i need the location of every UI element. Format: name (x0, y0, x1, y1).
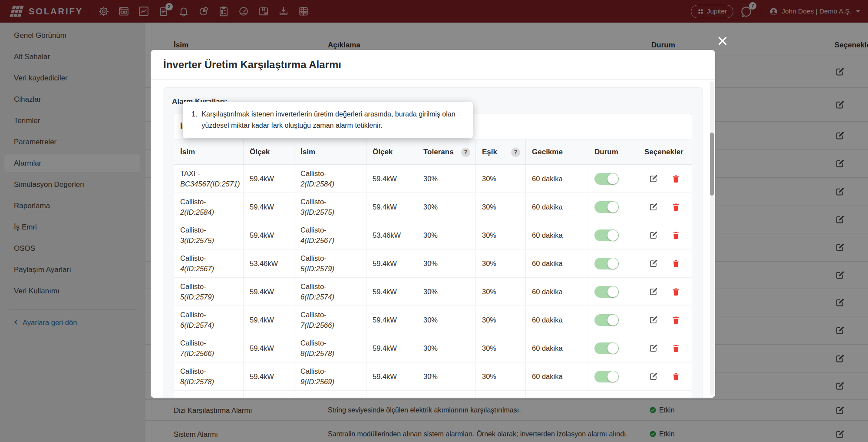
rule-delay-cell: 60 dakika (526, 221, 588, 249)
delete-rule-button[interactable] (671, 231, 680, 240)
modal-close-button[interactable] (716, 35, 729, 47)
rule-inverter-2-cell: Callisto-5(ID:2579) (294, 249, 366, 277)
inverter-name: Callisto- (180, 225, 214, 235)
column-header-label: Durum (594, 148, 618, 156)
rule-threshold-cell: 30% (476, 193, 526, 221)
rule-scale-2-cell: 59.4kW (366, 334, 417, 362)
help-icon[interactable]: ? (511, 148, 520, 157)
rule-scale-2-cell: 59.4kW (366, 249, 417, 277)
delete-rule-button[interactable] (671, 287, 680, 296)
rule-inverter-1-cell: Callisto-6(ID:2574) (174, 306, 244, 334)
inverter-id: 7(ID:2566) (180, 348, 214, 359)
edit-rule-button[interactable] (649, 287, 658, 296)
rule-scale-2-cell: 59.4kW (366, 193, 417, 221)
rule-scale-2-cell: 59.4kW (366, 306, 417, 334)
inverter-id: 3(ID:2575) (180, 235, 214, 246)
inverter-id: 9(ID:2569) (300, 376, 334, 387)
column-header-label: Ölçek (373, 148, 393, 156)
status-toggle[interactable] (594, 314, 619, 326)
rule-threshold-cell: 30% (476, 278, 526, 306)
modal-scrollbar-thumb[interactable] (710, 133, 714, 196)
column-header-seçenekler-8: Seçenekler (638, 140, 692, 164)
rule-inverter-2-cell: Callisto-8(ID:2578) (294, 334, 366, 362)
rule-options-cell (638, 391, 692, 398)
rule-row: Callisto-2(ID:2584)59.4kWCallisto-3(ID:2… (174, 193, 692, 221)
delete-rule-button[interactable] (671, 174, 680, 183)
edit-rule-button[interactable] (649, 372, 658, 381)
status-toggle[interactable] (594, 229, 619, 241)
rule-row: Callisto-4(ID:2567)53.46kWCallisto-5(ID:… (174, 249, 692, 278)
edit-rule-button[interactable] (649, 230, 658, 240)
rule-tolerance-cell: 30% (417, 221, 476, 249)
toggle-knob (607, 343, 618, 354)
rule-scale-1-cell: 59.4kW (244, 193, 294, 221)
rule-status-cell (588, 334, 638, 362)
rule-scale-1-cell (244, 391, 294, 398)
rule-inverter-1-cell: TAXI -BC34567(ID:2571) (174, 165, 244, 193)
inverter-id: 2(ID:2584) (300, 179, 334, 189)
status-toggle[interactable] (594, 342, 619, 354)
column-header-label: Ölçek (250, 148, 270, 156)
rule-inverter-1-cell: Callisto-3(ID:2575) (174, 221, 244, 249)
edit-rule-button[interactable] (649, 202, 658, 212)
rule-status-cell (588, 391, 638, 398)
toggle-knob (607, 286, 618, 297)
status-toggle[interactable] (594, 173, 619, 185)
rule-inverter-1-cell: Callisto-7(ID:2566) (174, 334, 244, 362)
status-toggle[interactable] (594, 258, 619, 269)
edit-rule-button[interactable] (649, 174, 658, 183)
inverter-id: 4(ID:2567) (300, 235, 334, 246)
delete-rule-button[interactable] (671, 344, 680, 353)
delete-rule-button[interactable] (671, 259, 680, 268)
rule-scale-2-cell: 59.4kW (366, 362, 417, 390)
rule-delay-cell: 60 dakika (526, 278, 588, 306)
rule-options-cell (638, 362, 692, 390)
status-toggle[interactable] (594, 286, 619, 298)
rule-inverter-2-cell: Callisto-9(ID:2569) (294, 362, 366, 390)
app-window: SOLARIFY 2 Jupiter 7 John Does | Demo A.… (0, 0, 868, 442)
rule-row: TAXI -BC34567(ID:2571)59.4kWCallisto-2(I… (174, 165, 692, 193)
rule-threshold-cell: 30% (476, 165, 526, 193)
inverter-id: 6(ID:2574) (180, 320, 214, 330)
column-header-i-sim-2: İsim (294, 140, 366, 164)
edit-rule-button[interactable] (649, 315, 658, 325)
column-header-tolerans-4: Tolerans? (417, 140, 476, 164)
column-header-label: Tolerans (423, 148, 454, 156)
inverter-id: 7(ID:2566) (300, 320, 334, 330)
rule-scale-2-cell: 59.4kW (366, 278, 417, 306)
rule-options-cell (638, 193, 692, 221)
inverter-id: 2(ID:2584) (180, 207, 214, 217)
inverter-name: Callisto- (300, 225, 334, 235)
alarm-rules-table: İnverter Üretim Karşılaştırma Alarmı İsi… (174, 113, 692, 398)
delete-rule-button[interactable] (671, 372, 680, 381)
rule-scale-2-cell (366, 391, 417, 398)
column-header-ölçek-1: Ölçek (244, 140, 294, 164)
column-header-label: İsim (300, 148, 315, 156)
delete-rule-button[interactable] (671, 203, 680, 212)
inverter-name: Callisto- (300, 168, 334, 179)
rule-scale-1-cell: 59.4kW (244, 278, 294, 306)
rule-status-cell (588, 362, 638, 390)
inverter-name: Callisto- (180, 338, 214, 348)
inverter-name: Callisto- (180, 196, 214, 207)
rule-scale-2-cell: 59.4kW (366, 165, 417, 193)
modal-title: İnverter Üretim Karşılaştırma Alarmı (163, 59, 341, 71)
toggle-knob (607, 371, 618, 382)
rule-scale-1-cell: 59.4kW (244, 306, 294, 334)
status-toggle[interactable] (594, 201, 619, 213)
rule-options-cell (638, 334, 692, 362)
edit-rule-button[interactable] (649, 259, 658, 268)
rule-row: Callisto-7(ID:2566)59.4kWCallisto-8(ID:2… (174, 334, 692, 362)
delete-rule-button[interactable] (671, 316, 680, 325)
edit-rule-button[interactable] (649, 343, 658, 353)
inverter-name: Callisto- (300, 253, 334, 263)
rule-options-cell (638, 306, 692, 334)
modal-scrollbar-track[interactable] (710, 81, 714, 395)
rules-table-column-header: İsimÖlçekİsimÖlçekTolerans?Eşik?GecikmeD… (174, 140, 692, 165)
column-header-label: Eşik (482, 148, 497, 156)
rule-options-cell (638, 165, 692, 193)
rules-table-body: TAXI -BC34567(ID:2571)59.4kWCallisto-2(I… (174, 165, 692, 398)
column-header-gecikme-6: Gecikme (526, 140, 588, 164)
status-toggle[interactable] (594, 371, 619, 382)
help-icon[interactable]: ? (461, 148, 470, 157)
